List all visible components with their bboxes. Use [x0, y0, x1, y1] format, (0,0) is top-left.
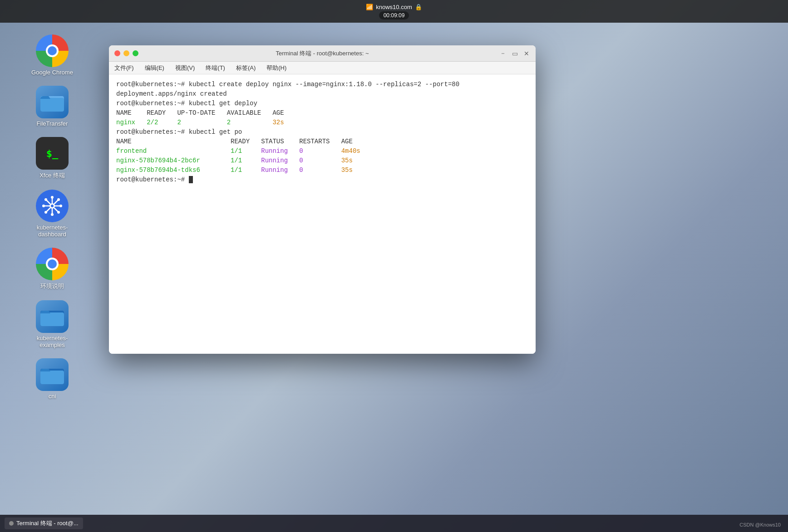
- terminal-line-9: nginx-578b7694b4-2bc6r 1/1 Running 0 35s: [116, 156, 528, 166]
- top-bar-center: 📶 knows10.com 🔒 00:09:09: [366, 4, 422, 20]
- top-bar-url: 📶 knows10.com 🔒: [366, 4, 422, 10]
- terminal-line-8: frontend 1/1 Running 0 4m40s: [116, 146, 528, 156]
- sidebar-item-filetransfer[interactable]: FileTransfer: [20, 83, 84, 130]
- svg-rect-25: [40, 371, 64, 384]
- k8s-icon: [36, 190, 69, 222]
- k8s-examples-folder-icon: [36, 300, 69, 333]
- close-button[interactable]: [114, 50, 120, 56]
- sidebar: Google Chrome: [0, 23, 104, 518]
- taskbar: Terminal 终端 - root@... CSDN @Knows10: [0, 515, 788, 532]
- chrome-icon: [36, 34, 69, 67]
- k8s-dashboard-label: kubernetes-dashboard: [37, 224, 68, 238]
- sidebar-item-env-readme[interactable]: 环境说明: [20, 245, 84, 293]
- k8s-examples-label: kubernetes-examples: [37, 335, 68, 348]
- terminal-line-10: nginx-578b7694b4-tdks6 1/1 Running 0 35s: [116, 166, 528, 175]
- svg-rect-23: [40, 312, 64, 326]
- menu-edit[interactable]: 编辑(E): [143, 63, 166, 73]
- signal-icon: 📶: [366, 4, 373, 10]
- folder-blue-icon: [36, 86, 69, 118]
- lock-icon: 🔒: [415, 4, 422, 10]
- sidebar-item-xfce-terminal[interactable]: $_ Xfce 终端: [20, 134, 84, 182]
- folder-svg: [40, 93, 64, 112]
- terminal-icon-container: $_: [36, 137, 69, 170]
- svg-point-20: [57, 198, 60, 201]
- menu-file[interactable]: 文件(F): [113, 63, 136, 73]
- cursor-block: [189, 176, 193, 183]
- titlebar-buttons: [114, 50, 138, 56]
- k8s-examples-icon-container: [36, 300, 69, 333]
- minimize-icon[interactable]: －: [499, 50, 507, 57]
- taskbar-attribution: CSDN @Knows10: [739, 522, 781, 527]
- close-icon[interactable]: ✕: [523, 50, 530, 57]
- svg-point-18: [44, 198, 47, 201]
- taskbar-terminal-item[interactable]: Terminal 终端 - root@...: [5, 517, 83, 529]
- taskbar-terminal-label: Terminal 终端 - root@...: [16, 519, 79, 527]
- svg-point-15: [51, 213, 54, 216]
- xfce-terminal-label: Xfce 终端: [39, 171, 65, 180]
- filetransfer-label: FileTransfer: [37, 120, 68, 127]
- env-icon-container: [36, 248, 69, 280]
- menu-tab[interactable]: 标签(A): [234, 63, 257, 73]
- desktop: 📶 knows10.com 🔒 00:09:09 Google Chrome: [0, 0, 788, 532]
- svg-rect-2: [40, 98, 64, 112]
- terminal-line-prompt: root@kubernetes:~#: [116, 175, 528, 185]
- titlebar-controls: － ▭ ✕: [499, 50, 530, 57]
- terminal-title: Terminal 终端 - root@kubernetes: ~: [276, 49, 369, 58]
- chrome-inner-circle: [48, 46, 57, 55]
- menu-terminal[interactable]: 终端(T): [204, 63, 227, 73]
- terminal-line-5: nginx 2/2 2 2 32s: [116, 118, 528, 127]
- env-chrome-icon: [36, 248, 69, 280]
- taskbar-dot: [9, 521, 14, 526]
- cni-label: cni: [49, 393, 56, 400]
- timer-text: 00:09:09: [384, 12, 405, 19]
- svg-point-19: [57, 211, 60, 214]
- terminal-window: Terminal 终端 - root@kubernetes: ~ － ▭ ✕ 文…: [109, 45, 536, 354]
- terminal-menubar: 文件(F) 编辑(E) 视图(V) 终端(T) 标签(A) 帮助(H): [109, 62, 536, 74]
- terminal-line-3: root@kubernetes:~# kubectl get deploy: [116, 99, 528, 108]
- menu-view[interactable]: 视图(V): [173, 63, 197, 73]
- restore-icon[interactable]: ▭: [511, 50, 518, 57]
- terminal-line-2: deployment.apps/nginx created: [116, 89, 528, 99]
- top-bar-timer: 00:09:09: [379, 11, 409, 20]
- top-bar: 📶 knows10.com 🔒 00:09:09: [0, 0, 788, 23]
- env-label: 环境说明: [40, 282, 64, 290]
- svg-point-21: [44, 211, 47, 214]
- sidebar-item-google-chrome[interactable]: Google Chrome: [20, 32, 84, 78]
- k8s-icon-container: [36, 190, 69, 222]
- chrome-label: Google Chrome: [31, 69, 73, 76]
- terminal-body[interactable]: root@kubernetes:~# kubectl create deploy…: [109, 74, 536, 354]
- svg-point-14: [51, 196, 54, 199]
- k8s-examples-folder-svg: [40, 307, 64, 326]
- svg-point-16: [42, 205, 45, 207]
- terminal-line-7: NAME READY STATUS RESTARTS AGE: [116, 137, 528, 146]
- terminal-line-1: root@kubernetes:~# kubectl create deploy…: [116, 80, 528, 89]
- cni-icon-container: [36, 358, 69, 391]
- terminal-line-4: NAME READY UP-TO-DATE AVAILABLE AGE: [116, 108, 528, 118]
- maximize-button[interactable]: [133, 50, 138, 56]
- sidebar-item-cni[interactable]: cni: [20, 356, 84, 402]
- sidebar-item-k8s-dashboard[interactable]: kubernetes-dashboard: [20, 187, 84, 240]
- svg-point-5: [51, 205, 54, 207]
- terminal-line-6: root@kubernetes:~# kubectl get po: [116, 127, 528, 137]
- terminal-titlebar: Terminal 终端 - root@kubernetes: ~ － ▭ ✕: [109, 45, 536, 62]
- filetransfer-icon-container: [36, 86, 69, 118]
- env-chrome-inner: [48, 259, 57, 268]
- cni-folder-icon: [36, 358, 69, 391]
- minimize-button[interactable]: [123, 50, 129, 56]
- url-text: knows10.com: [376, 4, 412, 10]
- terminal-icon: $_: [36, 137, 69, 170]
- chrome-icon-container: [36, 34, 69, 67]
- svg-point-17: [59, 205, 62, 207]
- sidebar-item-k8s-examples[interactable]: kubernetes-examples: [20, 298, 84, 351]
- cni-folder-svg: [40, 365, 64, 384]
- menu-help[interactable]: 帮助(H): [265, 63, 288, 73]
- k8s-svg: [41, 195, 63, 217]
